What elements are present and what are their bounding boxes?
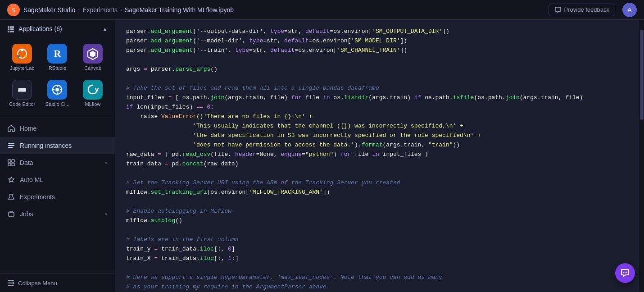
apps-header: Applications (6) ▲ (0, 20, 115, 38)
breadcrumb-sep2: › (120, 7, 122, 13)
breadcrumb-file[interactable]: SageMaker Training With MLflow.ipynb (125, 6, 234, 14)
breadcrumb-experiments[interactable]: Experiments (82, 6, 118, 14)
experiments-label: Experiments (20, 193, 55, 201)
svg-rect-29 (12, 163, 14, 166)
code-editor-icon: ⌨️ (12, 80, 32, 100)
code-line (126, 169, 628, 178)
code-line: train_data = pd.concat(raw_data) (126, 160, 628, 169)
code-line: train_y = train_data.iloc[:, 0] (126, 245, 628, 254)
svg-point-12 (21, 49, 23, 51)
chat-icon (620, 268, 630, 278)
jobs-chevron-icon: ▾ (105, 211, 108, 217)
code-line: # as your training my require in the Arg… (126, 283, 628, 292)
feedback-button[interactable]: Provide feedback (549, 4, 615, 16)
collapse-menu-label: Collapse Menu (18, 280, 57, 287)
code-line: raise ValueError(('There are no files in… (126, 112, 628, 122)
app-code-editor[interactable]: ⌨️ Code Editor (5, 76, 39, 110)
svg-rect-2 (8, 26, 9, 28)
home-label: Home (20, 125, 36, 132)
feedback-icon (554, 6, 562, 14)
svg-text:S: S (12, 7, 15, 14)
svg-rect-32 (8, 280, 14, 281)
code-line (126, 264, 628, 273)
scrollbar-track[interactable] (639, 20, 644, 292)
sidebar-item-home[interactable]: Home (0, 120, 115, 137)
code-line: # Enable autologging in MLflow (126, 207, 628, 216)
sidebar-item-jobs[interactable]: Jobs ▾ (0, 205, 115, 223)
user-avatar[interactable]: A (622, 3, 637, 17)
svg-rect-25 (8, 147, 13, 148)
code-line: mlflow.autolog() (126, 216, 628, 226)
code-line: # Set the Tracking Server URI using the … (126, 178, 628, 188)
code-line: if len(input_files) == 0: (126, 103, 628, 112)
experiments-icon (7, 193, 15, 201)
sidebar-bottom: Collapse Menu (0, 274, 115, 292)
app-jupyterlab[interactable]: JupyterLab (5, 40, 39, 74)
feedback-label: Provide feedback (564, 6, 609, 13)
data-label: Data (20, 159, 33, 166)
sidebar-item-auto-ml[interactable]: Auto ML (0, 171, 115, 188)
grid-icon (7, 26, 14, 33)
svg-rect-23 (8, 143, 14, 144)
svg-rect-10 (12, 31, 14, 32)
app-rstudio[interactable]: R RStudio (41, 40, 74, 74)
main-layout: Applications (6) ▲ JupyterLab R (0, 20, 644, 292)
sidebar-item-running-instances[interactable]: Running instances (0, 137, 115, 154)
studio-cl-icon (47, 80, 67, 100)
svg-point-18 (55, 88, 59, 91)
app-studio-cl[interactable]: Studio Cl... (41, 76, 74, 110)
code-line (126, 55, 628, 65)
running-instances-label: Running instances (20, 142, 72, 149)
apps-count-label: Applications (6) (18, 25, 62, 32)
sidebar-item-experiments[interactable]: Experiments (0, 188, 115, 205)
scrollbar-thumb[interactable] (640, 30, 644, 120)
code-line: # Take the set of files and read them al… (126, 84, 628, 93)
app-mlflow[interactable]: MLflow (76, 76, 109, 110)
brand-name[interactable]: SageMaker Studio (23, 6, 75, 14)
code-editor-area[interactable]: parser.add_argument('--output-data-dir',… (115, 20, 639, 292)
svg-rect-31 (9, 212, 14, 216)
code-line: parser.add_argument('--model-dir', type=… (126, 36, 628, 46)
data-chevron-icon: ▾ (105, 160, 108, 166)
breadcrumb: SageMaker Studio › Experiments › SageMak… (23, 6, 234, 14)
canvas-icon (83, 44, 103, 64)
code-line (126, 197, 628, 207)
code-line: mlflow.set_tracking_uri(os.environ['MLFL… (126, 188, 628, 197)
svg-point-13 (24, 55, 27, 58)
code-line: # Here we support a single hyperparamete… (126, 273, 628, 283)
sidebar: Applications (6) ▲ JupyterLab R (0, 20, 115, 292)
svg-rect-27 (12, 160, 14, 162)
auto-ml-icon (7, 176, 15, 184)
rstudio-icon: R (47, 44, 67, 64)
running-instances-icon (7, 141, 15, 150)
svg-point-36 (625, 272, 626, 273)
mlflow-label: MLflow (85, 101, 100, 107)
code-line: 'This usually indicates that the channel… (126, 122, 628, 131)
jupyterlab-label: JupyterLab (10, 65, 34, 71)
sidebar-item-data[interactable]: Data ▾ (0, 154, 115, 171)
svg-rect-24 (8, 145, 14, 146)
home-icon (7, 124, 15, 132)
code-line: args = parser.parse_args() (126, 65, 628, 74)
apps-collapse-icon[interactable]: ▲ (102, 26, 108, 32)
svg-point-37 (626, 272, 627, 273)
canvas-label: Canvas (84, 65, 101, 71)
code-line: 'does not have permission to access the … (126, 141, 628, 150)
jupyterlab-icon (12, 44, 32, 64)
rstudio-label: RStudio (49, 65, 66, 71)
studio-cl-label: Studio Cl... (45, 101, 70, 107)
app-canvas[interactable]: Canvas (76, 40, 109, 74)
svg-rect-9 (10, 31, 12, 32)
collapse-menu-button[interactable]: Collapse Menu (7, 279, 108, 287)
code-line: 'the data specification in S3 was incorr… (126, 131, 628, 141)
svg-rect-3 (10, 26, 12, 28)
svg-point-14 (17, 55, 20, 58)
topbar-right: Provide feedback A (549, 3, 637, 17)
code-line: parser.add_argument('--output-data-dir',… (126, 27, 628, 36)
breadcrumb-sep1: › (78, 7, 80, 13)
code-line: # labels are in the first column (126, 235, 628, 245)
svg-rect-5 (8, 28, 9, 30)
code-editor-label: Code Editor (9, 101, 35, 107)
chat-bubble-button[interactable] (615, 263, 635, 283)
svg-rect-8 (8, 31, 9, 32)
